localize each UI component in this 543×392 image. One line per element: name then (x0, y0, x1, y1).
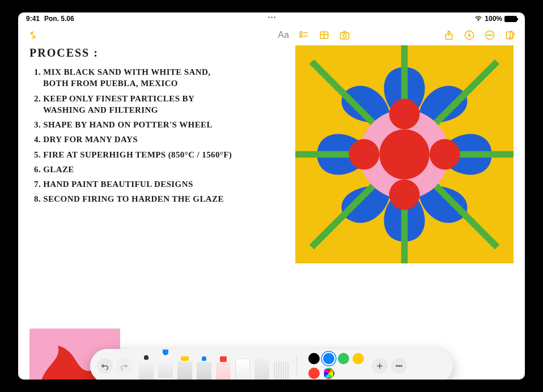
handwriting-block: PROCESS : 1. MIX BLACK SAND WITH WHITE S… (29, 45, 234, 208)
svg-point-25 (398, 365, 400, 367)
collapse-icon[interactable] (25, 27, 41, 43)
svg-point-26 (401, 365, 402, 367)
pencil-tool[interactable] (196, 356, 213, 380)
svg-point-19 (379, 129, 430, 180)
svg-point-21 (389, 180, 420, 210)
camera-icon[interactable] (337, 27, 353, 43)
ruler-tool[interactable] (273, 362, 290, 380)
highlighter-tool[interactable] (176, 356, 193, 380)
svg-point-0 (478, 20, 479, 22)
list-item: 5. FIRE AT SUPERHIGH TEMPS (850°C / 1560… (34, 149, 234, 160)
note-canvas[interactable]: PROCESS : 1. MIX BLACK SAND WITH WHITE S… (18, 45, 525, 380)
lasso-tool[interactable] (253, 359, 270, 380)
add-icon[interactable] (372, 358, 388, 374)
list-item: 7. HAND PAINT BEAUTIFUL DESIGNS (34, 178, 234, 190)
markup-toolbar (90, 349, 453, 380)
list-item: 2. KEEP ONLY FINEST PARTICLES BY WASHING… (34, 93, 234, 116)
wifi-icon (474, 16, 482, 22)
screen: 9:41 Pon. 5.06 100% Aa PR (18, 12, 525, 380)
svg-point-2 (300, 35, 302, 37)
svg-point-1 (300, 32, 302, 34)
color-palette (308, 353, 365, 379)
battery-icon (504, 16, 517, 22)
share-icon[interactable] (441, 27, 457, 43)
table-icon[interactable] (316, 27, 332, 43)
status-date: Pon. 5.06 (44, 15, 74, 23)
svg-point-23 (430, 139, 460, 170)
more-icon[interactable] (482, 27, 498, 43)
notes-toolbar: Aa (18, 25, 525, 45)
pen-tool[interactable] (138, 355, 155, 380)
flower-drawing (295, 45, 514, 263)
svg-point-5 (343, 34, 346, 37)
multitask-indicator-icon[interactable] (266, 16, 277, 18)
checklist-icon[interactable] (296, 27, 312, 43)
status-time: 9:41 (26, 15, 40, 23)
svg-point-10 (489, 35, 490, 36)
note-heading: PROCESS : (29, 45, 234, 61)
battery-percent: 100% (485, 15, 502, 23)
color-red[interactable] (308, 368, 320, 379)
markup-toggle-icon[interactable] (461, 27, 477, 43)
crayon-tool[interactable] (215, 356, 232, 380)
color-blue[interactable] (323, 353, 334, 364)
svg-point-22 (349, 139, 379, 170)
svg-point-11 (491, 35, 493, 36)
color-black[interactable] (308, 353, 320, 364)
list-item: 3. SHAPE BY HAND ON POTTER'S WHEEL (34, 119, 234, 130)
drawing-tools (138, 351, 290, 380)
compose-icon[interactable] (502, 27, 518, 43)
color-green[interactable] (338, 353, 349, 364)
eraser-tool[interactable] (234, 359, 251, 380)
divider (296, 355, 297, 377)
color-picker-icon[interactable] (323, 368, 334, 379)
svg-point-24 (396, 365, 397, 367)
list-item: 4. DRY FOR MANY DAYS (34, 134, 234, 145)
marker-tool[interactable] (157, 350, 174, 378)
text-style-button[interactable]: Aa (275, 27, 291, 43)
list-item: 1. MIX BLACK SAND WITH WHITE SAND, BOTH … (34, 66, 234, 90)
redo-icon[interactable] (116, 358, 132, 374)
status-bar: 9:41 Pon. 5.06 100% (18, 12, 525, 25)
more-tools-icon[interactable] (391, 358, 407, 374)
device-frame: 9:41 Pon. 5.06 100% Aa PR (0, 0, 543, 392)
svg-point-20 (389, 99, 420, 129)
list-item: 6. GLAZE (34, 164, 234, 175)
note-list: 1. MIX BLACK SAND WITH WHITE SAND, BOTH … (29, 66, 234, 205)
list-item: 8. SECOND FIRING TO HARDEN THE GLAZE (34, 193, 234, 204)
undo-icon[interactable] (97, 358, 113, 374)
svg-point-9 (487, 35, 489, 36)
color-yellow[interactable] (353, 353, 364, 364)
